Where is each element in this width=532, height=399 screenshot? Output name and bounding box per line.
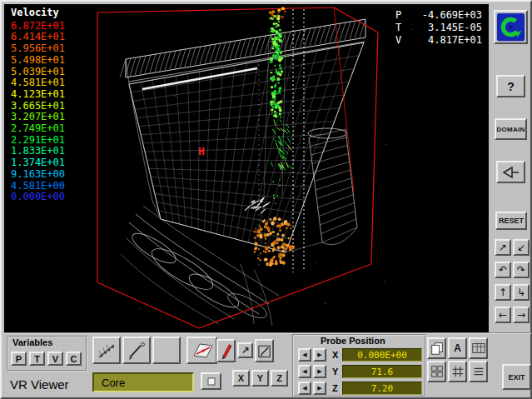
- rake-probe-tool-button[interactable]: [92, 337, 121, 364]
- readout-value: 4.817E+01: [428, 34, 482, 47]
- axis-x-button[interactable]: X: [232, 370, 250, 387]
- variable-label: P: [16, 354, 22, 364]
- list-view-button[interactable]: [469, 361, 488, 382]
- point-probe-tool-button[interactable]: [122, 337, 151, 364]
- pencil-box-icon: [256, 341, 272, 361]
- readout-label: P: [395, 9, 401, 22]
- help-button[interactable]: ?: [496, 75, 525, 97]
- probe-x-increment-button[interactable]: ▶: [313, 348, 326, 362]
- arrow-corner-icon: ↳: [517, 287, 525, 297]
- axis-x-label: X: [238, 373, 244, 383]
- plane-toggle-button[interactable]: [201, 372, 221, 390]
- readout-row-temperature: T 3.145E-05: [395, 22, 482, 34]
- legend-entry: 9.163E+00: [11, 169, 65, 181]
- probe-y-increment-button[interactable]: ▶: [313, 365, 326, 378]
- probe-readout: P -4.669E+03 T 3.145E-05 V 4.817E+01: [395, 9, 482, 47]
- part-name: Core: [102, 377, 125, 389]
- 3d-scene[interactable]: H: [4, 4, 489, 332]
- probe-z-label: Z: [332, 383, 338, 393]
- copy-view-button[interactable]: [427, 337, 446, 359]
- zoom-in-button[interactable]: ↗: [495, 239, 511, 256]
- reset-label: RESET: [499, 217, 524, 225]
- rake-probe-icon: [96, 341, 117, 361]
- blank-tool-button[interactable]: [152, 337, 181, 364]
- legend-entry: 1.374E+01: [11, 157, 65, 169]
- mesh-toggle-button[interactable]: [448, 361, 467, 382]
- logo-button[interactable]: [494, 10, 528, 44]
- arrow-tool-button[interactable]: ↗: [237, 342, 253, 358]
- arrow-sw-icon: ↙: [517, 242, 525, 252]
- reset-view-button[interactable]: RESET: [495, 212, 527, 230]
- legend-entry: 2.291E+01: [11, 135, 65, 147]
- legend-entry: 4.581E+00: [11, 181, 65, 192]
- pencil-icon: [218, 341, 234, 361]
- part-selector[interactable]: Core: [92, 372, 194, 392]
- legend-title: Velocity: [11, 7, 65, 19]
- decrement-icon: ◀: [302, 385, 306, 392]
- rotate-ccw-icon: ↶: [499, 265, 507, 275]
- pan-left-button[interactable]: ←: [495, 307, 511, 323]
- readout-label: V: [395, 34, 401, 47]
- probe-x-value[interactable]: 0.000E+00: [342, 348, 422, 362]
- arrow-ne-icon: ↗: [499, 242, 507, 252]
- white-square-icon: [205, 376, 218, 387]
- grid-cells-button[interactable]: [427, 361, 446, 382]
- readout-row-velocity: V 4.817E+01: [395, 34, 482, 47]
- arrow-left-icon: ←: [499, 310, 507, 320]
- probe-z-decrement-button[interactable]: ◀: [298, 382, 311, 395]
- help-label: ?: [507, 80, 515, 93]
- probe-y-label: Y: [332, 367, 338, 377]
- annotation-text-button[interactable]: A: [448, 337, 467, 359]
- rotate-cw-button[interactable]: ↷: [513, 262, 530, 278]
- probe-y-text: 71.6: [371, 367, 394, 377]
- legend-entry: 3.207E+01: [11, 112, 65, 123]
- app-title: VR Viewer: [10, 377, 69, 392]
- pencil-tool-button[interactable]: [216, 339, 236, 362]
- decrement-icon: ◀: [302, 352, 306, 358]
- axis-y-button[interactable]: Y: [251, 370, 269, 387]
- legend-entry: 1.833E+01: [11, 146, 65, 157]
- pan-right-button[interactable]: →: [513, 307, 530, 323]
- exit-label: EXIT: [508, 373, 525, 382]
- readout-value: 3.145E-05: [428, 22, 482, 34]
- variables-title: Variables: [11, 337, 54, 347]
- pick-triangle-icon: [501, 166, 521, 179]
- mini-grid-icon: [430, 364, 445, 379]
- probe-z-value[interactable]: 7.20: [342, 382, 422, 395]
- legend-entry: 0.000E+00: [11, 192, 65, 203]
- variable-velocity-button[interactable]: V: [47, 352, 63, 366]
- probe-z-text: 7.20: [371, 383, 394, 394]
- axis-y-label: Y: [257, 373, 263, 383]
- right-toolbar: ? DOMAIN RESET ↗ ↙ ↶ ↷ ↑ ↳ ← →: [489, 4, 531, 332]
- rotate-cw-icon: ↷: [517, 265, 525, 275]
- axis-z-button[interactable]: Z: [271, 370, 288, 387]
- zoom-out-button[interactable]: ↙: [513, 239, 530, 256]
- variable-pressure-button[interactable]: P: [11, 352, 27, 366]
- point-probe-icon: [126, 341, 147, 361]
- pick-probe-button[interactable]: [496, 161, 525, 183]
- exit-button[interactable]: EXIT: [502, 364, 531, 390]
- clip-plane-tool-button[interactable]: [186, 337, 217, 364]
- probe-x-decrement-button[interactable]: ◀: [298, 348, 311, 362]
- domain-button[interactable]: DOMAIN: [495, 118, 527, 140]
- variable-concentration-button[interactable]: C: [66, 352, 82, 366]
- render-viewport[interactable]: H Velocity 6.872E+01 6.414E+01 5.956E+01…: [4, 4, 489, 332]
- table-view-button[interactable]: [469, 337, 488, 359]
- arrow-tool-icon: ↗: [241, 346, 249, 356]
- pages-icon: [430, 341, 445, 356]
- probe-x-label: X: [332, 350, 338, 360]
- variable-temperature-button[interactable]: T: [29, 352, 45, 366]
- probe-z-increment-button[interactable]: ▶: [313, 382, 326, 395]
- probe-y-decrement-button[interactable]: ◀: [298, 365, 311, 378]
- pan-up-button[interactable]: ↑: [495, 284, 511, 301]
- legend-entry: 4.123E+01: [11, 89, 65, 101]
- pan-corner-button[interactable]: ↳: [513, 284, 530, 301]
- annotate-tool-button[interactable]: [255, 339, 274, 362]
- probe-y-value[interactable]: 71.6: [342, 365, 422, 378]
- hash-icon: [450, 364, 465, 379]
- ensight-logo-icon: [496, 12, 525, 42]
- legend-entry: 6.872E+01: [11, 21, 65, 32]
- domain-label: DOMAIN: [496, 126, 525, 133]
- table-grid-icon: [471, 341, 486, 356]
- rotate-ccw-button[interactable]: ↶: [495, 262, 511, 278]
